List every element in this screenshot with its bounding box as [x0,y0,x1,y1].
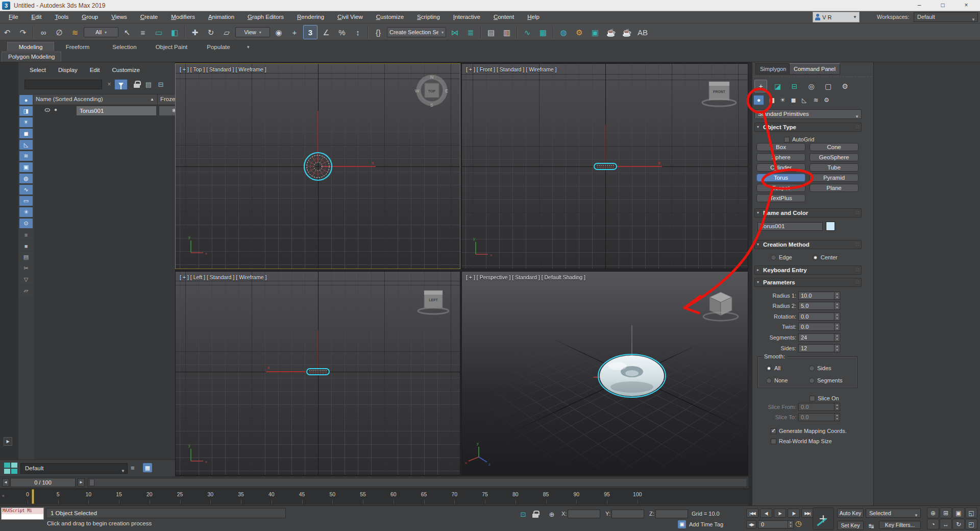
viewport-label[interactable]: [ Standard ] [206,66,234,73]
isolate-selection-icon[interactable]: ⊡ [519,510,528,519]
toolbar-separator[interactable] [184,26,185,38]
visibility-eye-icon[interactable]: ⊙ [44,107,51,113]
viewport-label[interactable]: [ + ] [466,274,475,280]
key-filters-button[interactable]: Key Filters... [879,521,921,529]
schematic-view-icon[interactable]: ▦ [536,25,550,39]
node-name[interactable]: Torus001 [77,106,156,115]
pick-parent-icon[interactable]: ▤ [144,79,153,90]
toolbar-separator[interactable] [553,26,554,38]
search-filter-button[interactable] [114,79,128,90]
named-selection-sets-icon[interactable]: {} [371,25,385,39]
z-coordinate-field[interactable] [655,510,688,518]
curve-editor-icon[interactable]: ∿ [520,25,534,39]
node-dot-icon[interactable]: ● [54,107,57,112]
smooth-sides-radio[interactable]: Sides [809,363,852,372]
tab-simplygon[interactable]: Simplygon [755,63,791,75]
explorer-menu-customize[interactable]: Customize [112,67,140,73]
tab-command-panel[interactable]: Command Panel [789,63,840,75]
go-to-end-button[interactable]: ▶▶| [801,509,814,518]
panel-drag-dots[interactable] [753,76,872,78]
pyramid-button[interactable]: Pyramid [810,174,859,182]
previous-frame-button[interactable]: ◀| [760,509,772,518]
segments-spinner[interactable]: Segments:24▲▼ [753,333,861,342]
rollout-keyboard-entry[interactable]: ▸Keyboard Entry∷ [754,266,862,275]
viewport-label[interactable]: [ Left ] [190,274,205,280]
toggle-key-mode-button[interactable]: + [813,508,834,530]
frame-nudge-icon[interactable]: ◀▶ [746,520,756,528]
cylinder-button[interactable]: Cylinder [756,163,805,172]
lock-explorer-icon[interactable] [134,81,140,88]
radius1-spinner[interactable]: Radius 1:10.0▲▼ [753,291,861,300]
systems-category-icon[interactable]: ⚙ [821,95,832,105]
viewport-label[interactable]: [ + ] [466,66,475,73]
select-and-manipulate-icon[interactable]: + [287,25,302,39]
select-and-rotate-icon[interactable]: ↻ [204,25,218,39]
select-by-name-icon[interactable]: ≡ [136,25,150,39]
display-lights-icon[interactable]: ☀ [19,117,33,127]
sort-ascending-icon[interactable]: ▲ [150,97,154,102]
tab-freeform[interactable]: Freeform [54,42,101,51]
explorer-column-header[interactable]: Name (Sorted Ascending) ▲ Frozen [34,94,175,105]
display-shapes-icon[interactable]: ◨ [19,106,33,116]
select-and-move-icon[interactable]: ✚ [188,25,202,39]
unlink-selection-icon[interactable]: ∅ [52,25,66,39]
menu-scripting[interactable]: Scripting [410,11,447,23]
toolbar-separator[interactable] [517,26,518,38]
viewport-layout-icon[interactable] [4,463,17,474]
generate-mapping-row[interactable]: Generate Mapping Coords. [771,426,847,435]
modify-tab-icon[interactable]: ◪ [771,80,784,92]
utilities-tab-icon[interactable]: ⚙ [839,80,851,92]
selection-filter-dropdown[interactable]: All▾ [84,27,118,37]
rotation-spinner[interactable]: Rotation:0.0▲▼ [753,312,861,321]
object-color-swatch[interactable] [826,222,835,231]
display-helpers-icon[interactable]: ◺ [19,140,33,150]
rollout-creation-method[interactable]: ▾Creation Method∷ [754,240,862,249]
clear-search-icon[interactable]: × [105,80,113,89]
display-cameras-icon[interactable]: ◼ [19,129,33,138]
tab-selection[interactable]: Selection [101,42,148,51]
y-coordinate-field[interactable] [611,510,644,518]
edge-radio[interactable]: Edge [771,252,792,261]
lights-category-icon[interactable]: ☀ [777,95,788,105]
display-bones-icon[interactable]: ∿ [19,185,33,195]
display-hidden-icon[interactable]: ⊙ [19,219,33,228]
menu-customize[interactable]: Customize [370,11,410,23]
layer-manager-icon[interactable]: ▤ [484,25,498,39]
geometry-category-icon[interactable]: ● [753,95,764,105]
menu-interactive[interactable]: Interactive [447,11,487,23]
window-crossing-icon[interactable]: ◧ [167,25,182,39]
display-tab-icon[interactable]: ▢ [822,80,835,92]
viewport-label[interactable]: [ Standard ] [512,274,540,280]
panel-expand-icon[interactable]: ▶ [4,437,12,446]
plane-button[interactable]: Plane [810,184,859,192]
menu-edit[interactable]: Edit [25,11,48,23]
render-setup-icon[interactable]: ⚙ [572,25,586,39]
cut-icon[interactable]: ✂ [19,263,33,273]
menu-tools[interactable]: Tools [48,11,75,23]
spacewarps-category-icon[interactable]: ≋ [811,95,821,105]
key-mode-icon[interactable]: ↹ [867,521,876,530]
primitive-category-dropdown[interactable]: Standard Primitives▼ [754,109,862,119]
viewport-label[interactable]: [ Perspective ] [477,274,511,280]
rollout-object-type[interactable]: ▾Object Type∷ [754,123,862,132]
explorer-search-input[interactable] [24,80,102,89]
menu-file[interactable]: File [2,11,25,23]
geosphere-button[interactable]: GeoSphere [810,153,859,161]
material-editor-icon[interactable]: ◍ [556,25,571,39]
panel-splitter[interactable] [748,62,752,505]
next-frame-button[interactable]: |▶ [788,509,800,518]
maxscript-mini-listener[interactable]: MAXScript Mi [1,508,44,520]
shapes-category-icon[interactable]: ◨ [767,95,777,105]
menu-civil-view[interactable]: Civil View [331,11,370,23]
motion-tab-icon[interactable]: ◎ [805,80,818,92]
radius2-spinner[interactable]: Radius 2:5.0▲▼ [753,302,861,310]
render-iterative-icon[interactable]: ☕ [620,25,634,39]
close-button[interactable]: × [954,0,978,11]
filter-list-icon[interactable]: ▽ [19,275,33,284]
display-xref-icon[interactable]: ◍ [19,174,33,183]
zoom-region-icon[interactable]: ◱ [965,508,977,518]
box-button[interactable]: Box [756,143,805,151]
viewport-perspective[interactable]: [ + ][ Perspective ][ Standard ][ Defaul… [461,271,748,475]
hierarchy-mode-icon[interactable]: ⊟ [156,79,165,90]
time-configuration-icon[interactable]: ◷ [795,519,801,527]
